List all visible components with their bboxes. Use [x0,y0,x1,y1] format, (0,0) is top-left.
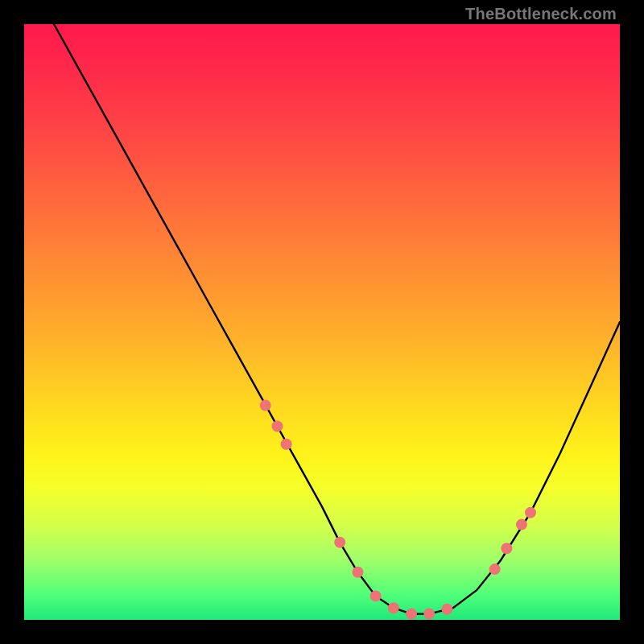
marker-dot [423,609,435,620]
marker-dot [516,519,527,530]
watermark-text: TheBottleneck.com [465,5,617,23]
marker-dot [272,421,283,432]
bottleneck-curve [54,24,620,614]
marker-dot [406,609,417,620]
marker-dot [489,564,501,575]
marker-dot [370,590,382,601]
marker-dot [441,604,452,615]
plot-gradient-area [24,24,620,620]
curve-svg [24,24,620,620]
marker-dot [281,439,292,450]
chart-frame: TheBottleneck.com [0,0,644,644]
marker-dot [388,602,399,613]
marker-dot [501,543,512,554]
highlight-markers [260,400,536,620]
marker-dot [334,537,345,548]
marker-dot [352,567,363,578]
marker-dot [260,400,271,411]
marker-dot [525,507,536,518]
